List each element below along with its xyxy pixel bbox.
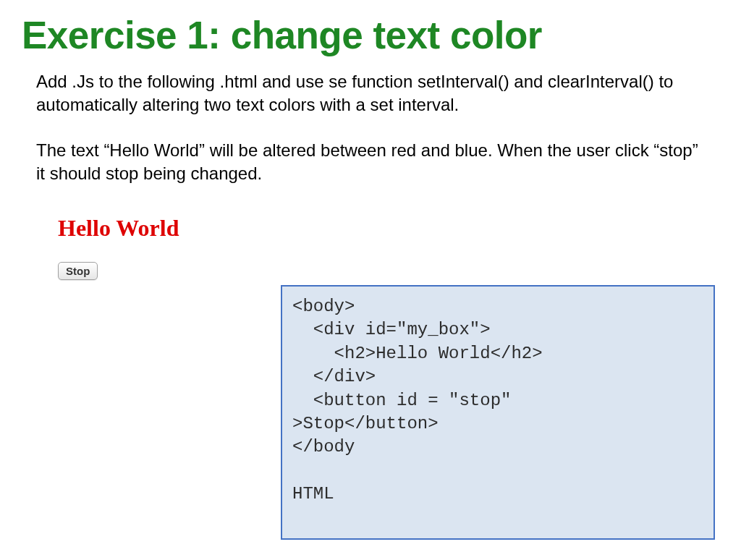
description-paragraph-1: Add .Js to the following .html and use s…: [36, 70, 705, 117]
description-paragraph-2: The text “Hello World” will be altered b…: [36, 139, 705, 186]
description-block: Add .Js to the following .html and use s…: [0, 64, 741, 186]
demo-area: Hello World Stop: [0, 208, 741, 280]
stop-button[interactable]: Stop: [58, 262, 98, 280]
demo-heading: Hello World: [58, 215, 741, 242]
code-box: <body> <div id="my_box"> <h2>Hello World…: [281, 285, 715, 540]
slide-title: Exercise 1: change text color: [0, 0, 741, 64]
